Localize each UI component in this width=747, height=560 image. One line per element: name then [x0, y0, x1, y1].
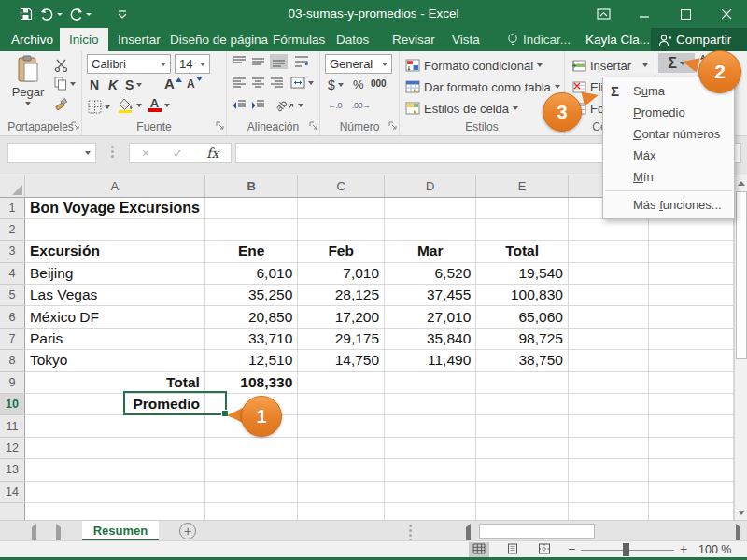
tab-diseno[interactable]: Diseño de página — [161, 28, 277, 51]
menu-item-m-x[interactable]: Máx — [603, 145, 734, 166]
cell-D1[interactable] — [385, 197, 476, 218]
cut-icon[interactable] — [54, 59, 68, 72]
page-break-view-button[interactable] — [534, 542, 555, 557]
cell-D9[interactable] — [385, 371, 476, 393]
align-top-icon[interactable] — [233, 55, 247, 68]
row-header-11[interactable]: 11 — [0, 415, 24, 437]
cell-D4[interactable]: 6,520 — [385, 262, 476, 284]
font-color-button[interactable]: A — [148, 98, 170, 112]
cell-E11[interactable] — [476, 415, 569, 437]
cell-B2[interactable] — [204, 218, 297, 240]
cell-A2[interactable] — [24, 218, 204, 240]
vertical-scroll-thumb[interactable] — [736, 191, 747, 359]
zoom-in-button[interactable]: + — [680, 541, 687, 556]
worksheet-grid[interactable]: ABCDEF1Bon Voyage Excursions23ExcursiónE… — [0, 175, 734, 520]
col-header-A[interactable]: A — [24, 175, 204, 197]
font-size-select[interactable]: 14 — [175, 54, 210, 74]
cell-partial-3[interactable] — [648, 241, 733, 262]
insert-function-icon[interactable]: fx — [206, 146, 218, 161]
cell-F5[interactable] — [568, 285, 648, 306]
decrease-indent-icon[interactable] — [233, 99, 247, 111]
close-button[interactable] — [706, 0, 747, 28]
cell-A8[interactable]: Tokyo — [24, 350, 204, 371]
tabbar-gripper[interactable] — [409, 525, 412, 541]
row-header-2[interactable]: 2 — [0, 218, 24, 240]
shrink-font-button[interactable]: A — [187, 77, 203, 91]
bold-button[interactable]: N — [90, 77, 99, 92]
grow-font-button[interactable]: A — [164, 76, 182, 91]
cell-F4[interactable] — [568, 262, 648, 284]
cell-F2[interactable] — [568, 218, 648, 240]
fill-color-button[interactable] — [118, 98, 142, 113]
menu-item-m-s-funciones[interactable]: Más funciones... — [603, 194, 734, 216]
col-header-C[interactable]: C — [298, 175, 385, 197]
tell-me-box[interactable]: Indicar... — [507, 28, 571, 51]
cell-C14[interactable] — [298, 481, 385, 502]
cell-A11[interactable] — [24, 415, 204, 437]
cell-C3[interactable]: Feb — [298, 241, 385, 262]
cell-partial-4[interactable] — [648, 262, 733, 284]
formula-bar-gripper[interactable] — [111, 146, 114, 158]
cell-A9[interactable]: Total — [24, 371, 204, 393]
cell-D10[interactable] — [385, 394, 476, 415]
cell-B8[interactable]: 12,510 — [204, 350, 297, 371]
cell-partial[interactable] — [298, 502, 385, 520]
tab-datos[interactable]: Datos — [327, 28, 378, 51]
horizontal-scroll-thumb[interactable] — [479, 524, 595, 539]
orientation-button[interactable]: ab — [275, 98, 303, 112]
cell-A5[interactable]: Las Vegas — [24, 285, 204, 306]
cell-partial-5[interactable] — [648, 285, 733, 306]
cell-F8[interactable] — [568, 350, 648, 371]
cell-partial-11[interactable] — [648, 415, 733, 437]
cell-partial-8[interactable] — [648, 350, 733, 371]
cell-E13[interactable] — [476, 459, 569, 481]
menu-item-promedio[interactable]: Promedio — [603, 102, 734, 123]
cell-partial-6[interactable] — [648, 306, 733, 328]
cell-C7[interactable]: 29,175 — [298, 328, 385, 349]
cell-partial[interactable] — [204, 502, 297, 520]
row-header-10[interactable]: 10 — [0, 394, 24, 415]
row-header-3[interactable]: 3 — [0, 241, 24, 262]
cell-partial-9[interactable] — [648, 371, 733, 393]
cell-F3[interactable] — [568, 241, 648, 262]
cell-C2[interactable] — [298, 218, 385, 240]
cell-B14[interactable] — [204, 481, 297, 502]
cell-F12[interactable] — [568, 437, 648, 458]
cell-partial-12[interactable] — [648, 437, 733, 458]
cell-A6[interactable]: México DF — [24, 306, 204, 328]
sheet-prev-icon[interactable] — [32, 527, 36, 541]
tab-revisar[interactable]: Revisar — [383, 28, 444, 51]
align-middle-icon[interactable] — [251, 55, 265, 68]
cell-partial-10[interactable] — [648, 394, 733, 415]
cell-D3[interactable]: Mar — [385, 241, 476, 262]
hscroll-left-icon[interactable] — [466, 527, 471, 541]
percent-format-button[interactable]: % — [353, 77, 364, 91]
cell-partial-13[interactable] — [648, 459, 733, 481]
row-header-9[interactable]: 9 — [0, 371, 24, 393]
tab-vista[interactable]: Vista — [443, 28, 489, 51]
scroll-down-icon[interactable] — [735, 505, 747, 520]
underline-button[interactable]: S — [125, 77, 142, 92]
add-sheet-button[interactable]: + — [179, 523, 196, 539]
cell-C9[interactable] — [298, 371, 385, 393]
cell-E5[interactable]: 100,830 — [476, 285, 569, 306]
tab-formulas[interactable]: Fórmulas — [263, 28, 334, 51]
row-header-7[interactable]: 7 — [0, 328, 24, 349]
decrease-decimal-button[interactable]: .00→ — [352, 101, 371, 110]
share-button[interactable]: Compartir — [651, 28, 747, 51]
cell-D5[interactable]: 37,455 — [385, 285, 476, 306]
increase-decimal-button[interactable]: ←.0 — [328, 101, 342, 110]
cell-B7[interactable]: 33,710 — [204, 328, 297, 349]
copy-icon[interactable] — [54, 77, 76, 91]
increase-indent-icon[interactable] — [251, 99, 265, 111]
enter-icon[interactable]: ✓ — [173, 147, 183, 161]
col-header-E[interactable]: E — [476, 175, 569, 197]
cell-A7[interactable]: Paris — [24, 328, 204, 349]
cell-F9[interactable] — [568, 371, 648, 393]
cell-E14[interactable] — [476, 481, 569, 502]
cell-B12[interactable] — [204, 437, 297, 458]
tab-inicio[interactable]: Inicio — [60, 28, 108, 51]
cell-C11[interactable] — [298, 415, 385, 437]
paste-dropdown-icon[interactable] — [25, 102, 31, 105]
cell-E9[interactable] — [476, 371, 569, 393]
